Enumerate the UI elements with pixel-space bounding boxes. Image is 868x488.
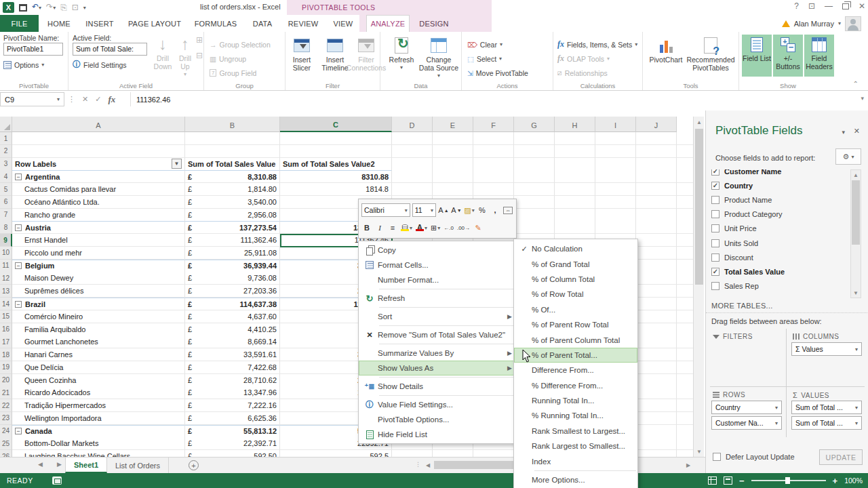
zoom-percent[interactable]: 100%	[844, 476, 863, 485]
columns-area-item[interactable]: Σ Values▾	[791, 342, 862, 356]
submenu-item[interactable]: More Options...	[514, 472, 637, 487]
increase-decimal-icon[interactable]: ←.0	[443, 221, 454, 235]
submenu-item[interactable]: % Of...	[514, 302, 637, 317]
update-button[interactable]: UPDATE	[819, 449, 863, 465]
borders-icon[interactable]: ⊞▾	[430, 221, 441, 235]
context-menu-item[interactable]: Show Values As▶	[359, 361, 516, 375]
column-header-f[interactable]: F	[473, 117, 514, 132]
help-icon[interactable]: ?	[794, 1, 799, 11]
cell-b14[interactable]: £114,637.38	[185, 298, 280, 310]
options-button[interactable]: Options▾	[3, 58, 68, 72]
page-layout-view-icon[interactable]	[724, 476, 732, 485]
collapse-icon[interactable]: −	[15, 428, 22, 434]
cell-c2[interactable]	[280, 145, 392, 158]
field-headers-toggle[interactable]: Field Headers	[804, 35, 834, 77]
tab-formulas[interactable]: FORMULAS	[190, 15, 241, 32]
row-header-12[interactable]: 12	[0, 272, 12, 285]
field-list-toggle[interactable]: Field List	[742, 35, 772, 77]
column-header-g[interactable]: G	[514, 117, 555, 132]
row-header-22[interactable]: 22	[0, 399, 12, 412]
submenu-item[interactable]: % of Parent Column Total	[514, 332, 637, 347]
cell-b25[interactable]: £22,392.71	[185, 437, 280, 450]
avatar[interactable]	[845, 16, 861, 31]
cell-a12[interactable]: Maison Dewey	[12, 272, 185, 285]
context-menu-item[interactable]: PivotTable Options...	[359, 412, 516, 427]
cell-a20[interactable]: Queen Cozinha	[12, 374, 185, 387]
zoom-in-icon[interactable]: +	[833, 476, 838, 486]
qat-icon-2[interactable]: ⊡	[72, 3, 79, 12]
submenu-item[interactable]: % of Parent Row Total	[514, 317, 637, 332]
dropdown-icon[interactable]: ▾	[775, 405, 778, 411]
submenu-item[interactable]: % of Grand Total	[514, 256, 637, 271]
cell-b9[interactable]: £111,362.46	[185, 234, 280, 247]
field-checkbox[interactable]: ✓	[711, 169, 719, 176]
bold-icon[interactable]: B	[361, 221, 372, 235]
row-header-24[interactable]: 24	[0, 425, 12, 438]
field-checkbox[interactable]	[711, 224, 719, 232]
dropdown-icon[interactable]: ▾	[775, 420, 778, 426]
row-header-25[interactable]: 25	[0, 437, 12, 450]
column-header-e[interactable]: E	[433, 117, 473, 132]
field-item[interactable]: Units Sold	[711, 236, 850, 250]
tab-file[interactable]: FILE	[0, 15, 39, 32]
submenu-item[interactable]: % Difference From...	[514, 378, 637, 393]
tab-page-layout[interactable]: PAGE LAYOUT	[123, 15, 186, 32]
fields-items-sets-button[interactable]: fxFields, Items, & Sets▾	[557, 37, 642, 52]
ribbon-display-icon[interactable]: ⊡	[808, 1, 815, 11]
sheet-tab-list-of-orders[interactable]: List of Orders	[107, 458, 169, 473]
refresh-button[interactable]: ↻Refresh▾	[386, 35, 417, 72]
row-header-14[interactable]: 14	[0, 298, 12, 310]
cell-b26[interactable]: £592.50	[185, 450, 280, 457]
plus-minus-buttons-toggle[interactable]: +−+/- Buttons	[773, 35, 803, 77]
sheet-nav-left-icon[interactable]: ◀	[38, 461, 43, 468]
submenu-item[interactable]: Rank Largest to Smallest...	[514, 439, 637, 453]
tab-insert[interactable]: INSERT	[80, 15, 119, 32]
cell-b18[interactable]: £33,591.61	[185, 348, 280, 361]
row-header-5[interactable]: 5	[0, 183, 12, 196]
shrink-font-icon[interactable]: A▼	[451, 203, 462, 217]
cell-a9[interactable]: Ernst Handel	[12, 234, 185, 247]
user-dropdown-icon[interactable]: ▾	[838, 20, 841, 26]
fill-color-icon[interactable]: ⛁▾	[400, 221, 413, 235]
row-header-10[interactable]: 10	[0, 247, 12, 260]
context-menu-item[interactable]: Copy	[359, 243, 516, 258]
submenu-item[interactable]: % Running Total In...	[514, 408, 637, 423]
cell-b23[interactable]: £6,625.36	[185, 412, 280, 425]
field-item[interactable]: ✓Country	[711, 178, 850, 192]
cell-c5[interactable]: 1814.8	[280, 183, 392, 196]
column-header-d[interactable]: D	[392, 117, 433, 132]
fields-settings-button[interactable]: ⚙▾	[835, 148, 861, 165]
field-checkbox[interactable]: ✓	[711, 182, 719, 190]
rows-area-item[interactable]: Country▾	[711, 401, 782, 414]
row-header-8[interactable]: 8	[0, 221, 12, 234]
cell-b13[interactable]: £27,203.36	[185, 285, 280, 298]
cell-b8[interactable]: £137,273.54	[185, 221, 280, 234]
zoom-slider[interactable]	[751, 480, 826, 481]
recommended-pivottables-button[interactable]: ?Recommended PivotTables	[685, 35, 736, 72]
column-header-j[interactable]: J	[636, 117, 677, 132]
tab-view[interactable]: VIEW	[327, 15, 359, 32]
tab-review[interactable]: REVIEW	[283, 15, 323, 32]
cell-a25[interactable]: Bottom-Dollar Markets	[12, 437, 185, 450]
cell-c26[interactable]: 592.5	[280, 450, 392, 457]
context-menu-item[interactable]: ✕Remove "Sum of Total Sales Value2"	[359, 327, 516, 342]
decrease-decimal-icon[interactable]: .00→	[456, 221, 471, 235]
column-header-b[interactable]: B	[185, 117, 280, 132]
collapse-icon[interactable]: −	[15, 174, 22, 180]
cell-a5[interactable]: Cactus Comidas para llevar	[12, 183, 185, 196]
scroll-down-icon[interactable]: ▼	[694, 446, 705, 457]
rows-area-item[interactable]: Customer Na...▾	[711, 416, 782, 430]
row-header-21[interactable]: 21	[0, 386, 12, 399]
cell-a7[interactable]: Rancho grande	[12, 209, 185, 222]
cell-a6[interactable]: Océano Atlántico Ltda.	[12, 196, 185, 209]
field-item[interactable]: Discount	[711, 250, 850, 264]
row-header-20[interactable]: 20	[0, 374, 12, 387]
redo-icon[interactable]: ↷▾	[46, 2, 56, 13]
sheet-nav-right-icon[interactable]: ▶	[57, 461, 62, 468]
paintbrush-icon[interactable]: ✎	[473, 221, 484, 235]
fields-scroll-down-icon[interactable]: ▼	[851, 288, 861, 298]
dropdown-icon[interactable]: ▾	[855, 420, 858, 426]
submenu-item[interactable]: Difference From...	[514, 363, 637, 378]
cell-b22[interactable]: £7,222.16	[185, 399, 280, 412]
pivotchart-button[interactable]: PivotChart	[647, 35, 685, 64]
